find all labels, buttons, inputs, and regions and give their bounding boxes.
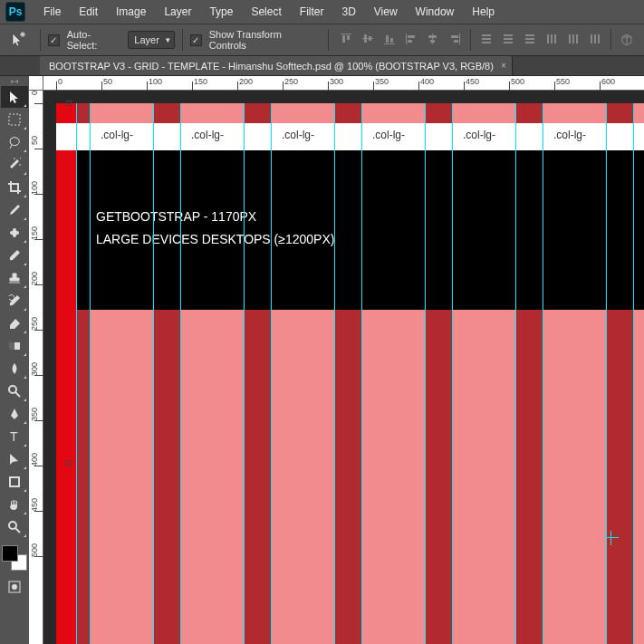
menu-select[interactable]: Select [242,2,290,22]
svg-rect-13 [428,35,437,38]
align-top-icon[interactable] [336,29,356,49]
3d-mode-icon[interactable] [617,29,637,49]
ruler-origin[interactable] [29,76,43,91]
transform-handle[interactable] [66,101,72,106]
align-bottom-icon[interactable] [380,29,399,49]
options-bar: ✓ Auto-Select: Layer ✓ Show Transform Co… [0,24,644,56]
align-right-icon[interactable] [445,29,465,49]
show-transform-label: Show Transform Controls [209,29,321,51]
marquee-tool[interactable] [1,109,28,130]
guide-vertical[interactable] [180,103,181,644]
distribute-left-icon[interactable] [542,29,562,49]
menu-type[interactable]: Type [200,2,242,22]
menu-help[interactable]: Help [463,2,504,22]
guide-vertical[interactable] [244,103,245,644]
guide-vertical[interactable] [271,103,272,644]
move-tool[interactable] [1,86,28,108]
healing-tool[interactable] [1,222,28,244]
brush-tool[interactable] [1,245,28,266]
svg-point-44 [9,522,16,529]
show-transform-checkbox[interactable]: ✓ [190,34,202,46]
foreground-color-swatch[interactable] [2,545,18,562]
zoom-tool[interactable] [1,516,28,538]
menu-layer[interactable]: Layer [155,2,200,22]
guide-vertical[interactable] [361,103,362,644]
blur-tool[interactable] [1,358,28,380]
vertical-ruler[interactable]: 050100150200250300350400450500 [29,76,43,644]
quickmask-toggle[interactable] [1,576,28,598]
menu-window[interactable]: Window [407,2,464,22]
gradient-tool[interactable] [1,335,28,357]
eraser-tool[interactable] [1,312,28,334]
document-canvas[interactable]: .col-lg-.col-lg-.col-lg-.col-lg-.col-lg-… [56,103,644,644]
distribute-hcenter-icon[interactable] [563,29,583,49]
divider [328,29,329,51]
dodge-tool[interactable] [1,380,28,402]
shape-tool[interactable] [1,471,28,493]
svg-rect-12 [432,34,433,44]
type-tool[interactable]: T [1,426,28,447]
menu-3d[interactable]: 3D [332,2,364,22]
distribute-top-icon[interactable] [476,29,496,49]
svg-rect-18 [482,34,491,36]
header-line2: LARGE DEVICES DESKTOPS (≥1200PX) [96,232,334,246]
guide-vertical[interactable] [452,103,453,644]
guide-vertical[interactable] [334,103,335,644]
column-label: .col-lg- [463,129,495,141]
align-left-icon[interactable] [401,29,421,49]
svg-rect-28 [551,34,553,43]
guide-vertical[interactable] [153,103,154,644]
column-label-row: .col-lg-.col-lg-.col-lg-.col-lg-.col-lg-… [56,123,644,150]
lasso-tool[interactable] [1,131,28,153]
svg-rect-17 [454,40,458,43]
guide-vertical[interactable] [90,103,91,644]
svg-rect-1 [342,35,345,43]
guide-vertical[interactable] [633,103,634,644]
align-vcenter-icon[interactable] [358,29,378,49]
header-line1: GETBOOTSTRAP - 1170PX [96,209,256,224]
ruler-tick-label: 250 [284,77,298,86]
menu-image[interactable]: Image [107,2,155,22]
guide-vertical[interactable] [425,103,426,644]
horizontal-ruler[interactable]: 050100150200250300350400450500550600650 [43,76,644,91]
auto-select-dropdown[interactable]: Layer [128,31,175,49]
transform-handle[interactable] [66,460,72,466]
eyedropper-tool[interactable] [1,199,28,221]
hand-tool[interactable] [1,494,28,515]
ruler-tick-label: 450 [466,77,479,86]
canvas-viewport[interactable]: .col-lg-.col-lg-.col-lg-.col-lg-.col-lg-… [43,91,644,644]
ruler-tick-label: 400 [30,453,39,466]
guide-vertical[interactable] [76,103,77,644]
guide-vertical[interactable] [543,103,543,644]
guide-vertical[interactable] [515,103,516,644]
distribute-bottom-icon[interactable] [520,29,540,49]
path-select-tool[interactable] [1,448,28,470]
divider [182,29,183,51]
guide-vertical[interactable] [606,103,607,644]
svg-rect-33 [591,34,592,43]
history-brush-tool[interactable] [1,290,28,312]
transform-center-icon[interactable] [604,531,619,545]
auto-select-checkbox[interactable]: ✓ [48,34,60,46]
crop-tool[interactable] [1,177,28,198]
svg-rect-23 [504,42,513,43]
close-tab-icon[interactable]: × [501,61,506,71]
app-logo: Ps [5,2,25,22]
ruler-tick-label: 600 [601,77,615,86]
menu-edit[interactable]: Edit [70,2,107,22]
panel-grip-icon[interactable]: ▸◂ [0,76,29,85]
document-tab[interactable]: BOOTSTRAP V3 - GRID - TEMPLATE - Himansh… [40,56,513,75]
pen-tool[interactable] [1,403,28,425]
svg-rect-22 [504,38,513,40]
distribute-right-icon[interactable] [585,29,605,49]
menu-filter[interactable]: Filter [291,2,333,22]
wand-tool[interactable] [1,154,28,176]
svg-rect-40 [9,342,14,350]
divider [40,29,41,51]
distribute-vcenter-icon[interactable] [498,29,518,49]
align-hcenter-icon[interactable] [423,29,443,49]
menu-view[interactable]: View [365,2,407,22]
color-swatches[interactable] [2,545,27,571]
menu-file[interactable]: File [34,2,70,22]
stamp-tool[interactable] [1,267,28,289]
